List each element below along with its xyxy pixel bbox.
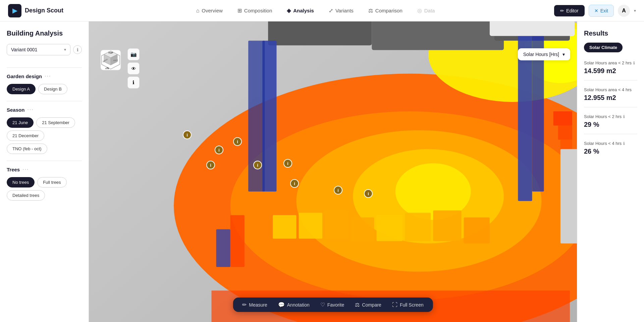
nav-item-composition[interactable]: ⊞Composition bbox=[230, 5, 279, 16]
garden-option-design-b[interactable]: Design B bbox=[38, 84, 67, 94]
nav-label-composition: Composition bbox=[244, 8, 272, 13]
svg-rect-31 bbox=[230, 215, 245, 267]
avatar-button[interactable]: A bbox=[618, 5, 630, 17]
svg-rect-25 bbox=[553, 111, 572, 125]
svg-rect-15 bbox=[273, 215, 296, 238]
season-option-december[interactable]: 21 December bbox=[7, 130, 44, 141]
solar-climate-badge[interactable]: Solar Climate bbox=[584, 43, 623, 52]
info-marker-7[interactable]: i bbox=[334, 186, 342, 195]
season-option-september[interactable]: 21 September bbox=[36, 117, 75, 128]
result-metric-solar-pct-2: Solar Hours < 2 hrsℹ29 % bbox=[584, 114, 637, 134]
trees-option-no-trees[interactable]: No trees bbox=[7, 177, 35, 187]
result-metric-solar-area-4: Solar Hours area < 4 hrs12.955 m2 bbox=[584, 87, 637, 107]
nav-item-comparison[interactable]: ⚖Comparison bbox=[361, 5, 410, 16]
nav-item-data: ◎Data bbox=[410, 5, 442, 16]
viewport-controls: 📷 👁 ℹ bbox=[127, 48, 140, 89]
garden-option-design-a[interactable]: Design A bbox=[7, 84, 36, 94]
measure-icon: ✏ bbox=[242, 302, 247, 308]
trees-options: No treesFull treesDetailed trees bbox=[7, 177, 82, 201]
fullscreen-icon: ⛶ bbox=[392, 302, 397, 308]
eye-button[interactable]: 👁 bbox=[127, 62, 140, 74]
measure-button[interactable]: ✏ Measure bbox=[242, 302, 267, 308]
trees-option-full-trees[interactable]: Full trees bbox=[37, 177, 66, 187]
heart-icon: ♡ bbox=[320, 302, 325, 308]
info-marker-1[interactable]: i bbox=[233, 137, 242, 146]
nav-item-overview[interactable]: ⌂Overview bbox=[189, 5, 230, 16]
info-marker-8[interactable]: i bbox=[364, 189, 373, 198]
nav-cube[interactable]: TOP BACK LEFT ↙ N bbox=[99, 48, 122, 72]
svg-rect-26 bbox=[558, 125, 572, 140]
nav-icon-comparison: ⚖ bbox=[368, 7, 373, 14]
nav-item-analysis[interactable]: ◈Analysis bbox=[279, 5, 321, 16]
divider-1 bbox=[7, 67, 82, 68]
favorite-button[interactable]: ♡ Favorite bbox=[320, 302, 344, 308]
annotation-button[interactable]: 💬 Annotation bbox=[278, 302, 310, 308]
svg-rect-18 bbox=[351, 217, 374, 241]
trees-label: Trees bbox=[7, 167, 20, 172]
editor-icon: ✏ bbox=[560, 8, 564, 13]
garden-design-dots: ··· bbox=[45, 73, 51, 79]
garden-design-header: Garden design ··· bbox=[7, 73, 82, 79]
solar-hours-label: Solar Hours [Hrs] bbox=[523, 52, 559, 57]
solar-hours-dropdown[interactable]: Solar Hours [Hrs] ▾ bbox=[518, 48, 570, 60]
nav-icon-analysis: ◈ bbox=[287, 7, 291, 14]
close-icon: ✕ bbox=[594, 8, 598, 13]
editor-button[interactable]: ✏ Editor bbox=[554, 5, 585, 16]
nav-item-variants[interactable]: ⤢Variants bbox=[321, 5, 361, 16]
nav-label-data: Data bbox=[424, 8, 435, 13]
metric-info-icon-solar-pct-2[interactable]: ℹ bbox=[623, 114, 625, 119]
svg-rect-17 bbox=[325, 210, 348, 238]
fullscreen-button[interactable]: ⛶ Full Screen bbox=[392, 302, 424, 308]
info-marker-3[interactable]: i bbox=[206, 161, 215, 169]
nav-items: ⌂Overview⊞Composition◈Analysis⤢Variants⚖… bbox=[77, 5, 554, 16]
svg-rect-16 bbox=[299, 213, 322, 238]
info-marker-5[interactable]: i bbox=[283, 159, 292, 168]
compare-icon: ⚖ bbox=[355, 302, 360, 308]
info-marker-6[interactable]: i bbox=[290, 179, 299, 188]
season-label: Season bbox=[7, 107, 24, 113]
info-marker-4[interactable]: i bbox=[253, 161, 262, 169]
chevron-down-icon: ▾ bbox=[562, 52, 565, 57]
svg-rect-19 bbox=[377, 215, 402, 241]
season-dots: ··· bbox=[27, 107, 34, 113]
right-panel: Results Solar Climate Solar Hours area <… bbox=[577, 21, 644, 322]
metric-info-icon-solar-pct-4[interactable]: ℹ bbox=[623, 141, 625, 146]
solar-heatmap bbox=[89, 21, 577, 322]
metric-value-solar-area-4: 12.955 m2 bbox=[584, 94, 637, 102]
svg-rect-33 bbox=[560, 149, 577, 244]
garden-design-label: Garden design bbox=[7, 73, 42, 79]
annotation-icon: 💬 bbox=[278, 302, 285, 308]
logo-area: ▶ Design Scout bbox=[8, 4, 63, 17]
trees-option-detailed-trees[interactable]: Detailed trees bbox=[7, 190, 45, 201]
result-divider-1 bbox=[584, 107, 637, 107]
metric-info-icon-solar-area-2[interactable]: ℹ bbox=[633, 61, 635, 65]
nav-icon-variants: ⤢ bbox=[329, 7, 333, 14]
season-option-tno[interactable]: TNO (feb - oct) bbox=[7, 144, 47, 154]
svg-rect-9 bbox=[372, 21, 504, 50]
svg-text:LEFT: LEFT bbox=[113, 59, 118, 61]
metric-value-solar-pct-2: 29 % bbox=[584, 121, 637, 128]
divider-3 bbox=[7, 161, 82, 161]
nav-label-analysis: Analysis bbox=[293, 8, 314, 13]
result-metric-solar-area-2: Solar Hours area < 2 hrsℹ14.599 m2 bbox=[584, 60, 637, 80]
nav-icon-composition: ⊞ bbox=[237, 7, 242, 14]
info-marker-2[interactable]: i bbox=[215, 146, 223, 154]
exit-button[interactable]: ✕ Exit bbox=[589, 5, 614, 17]
nav-icon-data: ◎ bbox=[417, 7, 422, 14]
compare-button[interactable]: ⚖ Compare bbox=[355, 302, 381, 308]
trees-dots: ··· bbox=[22, 166, 29, 172]
season-option-june[interactable]: 21 June bbox=[7, 117, 34, 128]
viewport: TOP BACK LEFT ↙ N 📷 👁 ℹ Solar Hours [Hrs… bbox=[89, 21, 577, 322]
season-options: 21 June21 September21 DecemberTNO (feb -… bbox=[7, 117, 82, 154]
bottom-toolbar: ✏ Measure 💬 Annotation ♡ Favorite ⚖ Comp… bbox=[233, 298, 433, 312]
variant-info-button[interactable]: ℹ bbox=[73, 45, 82, 54]
metric-label-solar-area-2: Solar Hours area < 2 hrsℹ bbox=[584, 60, 637, 65]
info-marker-0[interactable]: i bbox=[183, 130, 192, 139]
nav-label-variants: Variants bbox=[335, 8, 354, 13]
svg-rect-30 bbox=[216, 229, 230, 267]
sidebar-title: Building Analysis bbox=[7, 30, 82, 37]
info-button[interactable]: ℹ bbox=[127, 76, 140, 89]
variant-select[interactable]: Variant 0001 ▾ bbox=[7, 44, 70, 55]
top-nav: ▶ Design Scout ⌂Overview⊞Composition◈Ana… bbox=[0, 0, 644, 21]
camera-button[interactable]: 📷 bbox=[127, 48, 140, 60]
